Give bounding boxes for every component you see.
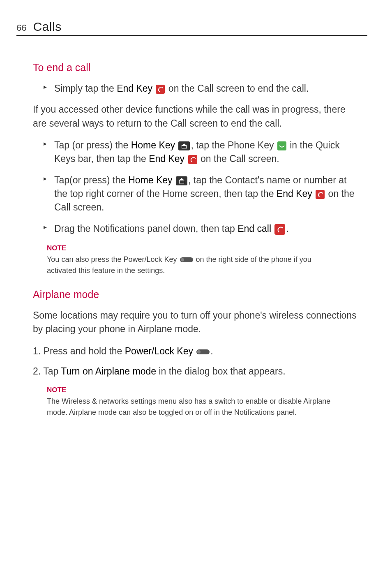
note-block: NOTE The Wireless & networks settings me… <box>33 385 359 418</box>
text: Tap (or press) the <box>54 140 131 150</box>
step-number: 1. <box>33 346 44 356</box>
text: . <box>286 223 288 234</box>
text: on the Call screen. <box>198 153 279 164</box>
section-heading-end-call: To end a call <box>33 62 359 74</box>
bold-text: Turn on Airplane mode <box>61 366 156 377</box>
bold-text: End call <box>238 223 274 234</box>
text: Simply tap the <box>54 83 117 94</box>
bold-text: Home Key <box>131 140 178 150</box>
page-content: To end a call Simply tap the End Key on … <box>16 62 367 418</box>
phone-key-icon <box>277 141 286 150</box>
text: Tap(or press) the <box>54 175 128 185</box>
page-header: 66 Calls <box>16 20 367 36</box>
text: You can also press the Power/Lock Key <box>47 255 179 264</box>
home-key-icon <box>178 141 190 150</box>
list-item: Tap(or press) the Home Key , tap the Con… <box>47 173 359 215</box>
power-lock-key-icon <box>180 257 193 262</box>
note-text: You can also press the Power/Lock Key on… <box>47 254 334 276</box>
power-lock-key-icon <box>196 349 210 354</box>
bullet-list: Tap (or press) the Home Key , tap the Ph… <box>33 139 359 236</box>
text: in the dialog box that appears. <box>156 366 286 377</box>
bullet-list: Simply tap the End Key on the Call scree… <box>33 82 359 95</box>
page-number: 66 <box>16 23 26 33</box>
end-call-icon <box>274 224 285 235</box>
paragraph: Some locations may require you to turn o… <box>33 309 359 336</box>
end-key-icon <box>188 155 197 164</box>
bold-text: Home Key <box>128 175 175 185</box>
text: on the Call screen to end the call. <box>166 83 309 94</box>
home-key-icon <box>176 176 187 185</box>
chapter-title: Calls <box>33 20 61 34</box>
text: , tap the Phone Key <box>191 140 276 150</box>
end-key-icon <box>156 85 165 94</box>
text: Drag the Notifications panel down, then … <box>54 223 238 234</box>
end-key-icon <box>316 190 325 199</box>
bold-text: End Key <box>149 153 187 164</box>
text: Press and hold the <box>44 346 125 356</box>
note-text: The Wireless & networks settings menu al… <box>47 396 334 418</box>
bold-text: End Key <box>117 83 155 94</box>
paragraph: If you accessed other device functions w… <box>33 103 359 130</box>
note-label: NOTE <box>47 243 70 254</box>
bold-text: End Key <box>277 188 315 199</box>
step-1: 1. Press and hold the Power/Lock Key . <box>33 344 359 358</box>
text: Tap <box>43 366 61 377</box>
section-heading-airplane-mode: Airplane mode <box>33 289 359 300</box>
list-item: Tap (or press) the Home Key , tap the Ph… <box>47 139 359 166</box>
note-block: NOTE You can also press the Power/Lock K… <box>33 243 359 276</box>
step-number: 2. <box>33 366 43 377</box>
list-item: Simply tap the End Key on the Call scree… <box>47 82 359 95</box>
bold-text: Power/Lock Key <box>125 346 196 356</box>
note-label: NOTE <box>47 385 70 395</box>
text: . <box>210 346 213 356</box>
list-item: Drag the Notifications panel down, then … <box>47 222 359 236</box>
step-2: 2. Tap Turn on Airplane mode in the dial… <box>33 365 359 378</box>
